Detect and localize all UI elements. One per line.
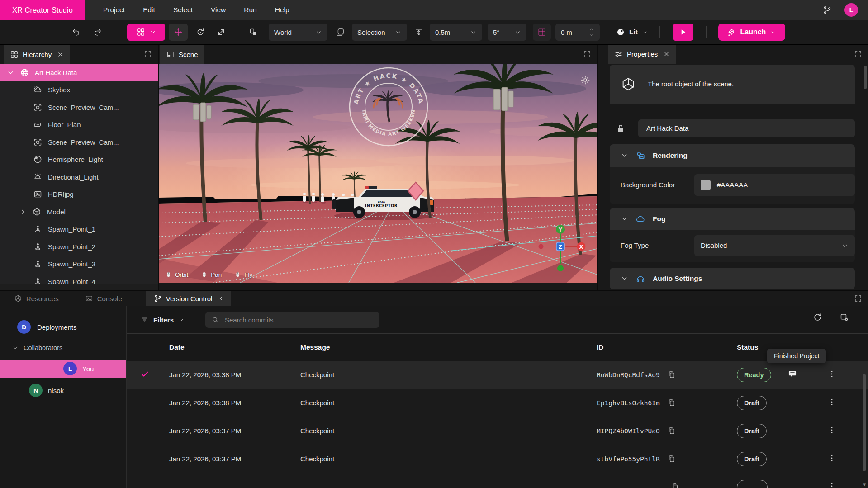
tree-item-spawn-point-1[interactable]: Spawn_Point_1 [0, 221, 158, 238]
collaborators-group[interactable]: Collaborators [0, 339, 126, 357]
tree-item-spawn-point-3[interactable]: Spawn_Point_3 [0, 256, 158, 273]
chevron-right-icon[interactable] [19, 208, 27, 216]
commit-row-5-partial[interactable] [127, 473, 868, 488]
audio-settings-header[interactable]: Audio Settings [610, 268, 855, 289]
menu-select[interactable]: Select [173, 6, 193, 14]
chevron-down-icon[interactable] [588, 33, 594, 38]
scene-viewport[interactable]: DATA INTERCEPTOR [159, 64, 599, 283]
shading-mode-dropdown[interactable]: Lit [616, 28, 648, 37]
scroll-down-arrow-icon[interactable]: ▾ [863, 482, 866, 488]
column-id[interactable]: ID [597, 343, 737, 351]
tree-item-floor-plan[interactable]: Floor_Plan [0, 116, 158, 134]
search-commits-input[interactable] [224, 316, 374, 324]
kebab-menu-icon[interactable] [827, 454, 836, 463]
git-branch-icon[interactable] [823, 5, 832, 14]
copy-icon[interactable] [667, 426, 676, 435]
refresh-icon[interactable] [813, 313, 822, 322]
tab-scene[interactable]: Scene [160, 45, 204, 64]
move-tool-button[interactable] [169, 24, 188, 41]
tab-console[interactable]: Console [77, 291, 130, 306]
commit-row-2[interactable]: Jan 22, 2026, 03:38 PM Checkpoint Ep1ghv… [127, 389, 868, 417]
chevron-up-icon[interactable] [588, 27, 594, 32]
tree-item-hemisphere-light[interactable]: Hemisphere_Light [0, 151, 158, 169]
column-message[interactable]: Message [300, 343, 597, 351]
selection-mode-dropdown[interactable]: Selection [352, 24, 407, 41]
expand-scene-button[interactable] [583, 50, 591, 58]
tree-item-scene-preview-cam-1[interactable]: Scene_Preview_Cam... [0, 99, 158, 116]
copy-icon[interactable] [667, 370, 676, 379]
user-avatar[interactable]: L [844, 3, 858, 17]
fog-type-dropdown[interactable]: Disabled [694, 235, 855, 256]
object-name-field[interactable] [638, 119, 855, 137]
column-date[interactable]: Date [169, 343, 300, 351]
fog-section-header[interactable]: Fog [610, 208, 855, 230]
background-color-field[interactable]: #AAAAAA [694, 174, 855, 196]
viewport-settings-gear-icon[interactable] [580, 75, 590, 87]
tree-item-model[interactable]: Model [0, 203, 158, 221]
collaborator-you[interactable]: L You [0, 360, 126, 378]
rotate-snap-dropdown[interactable]: 5° [488, 24, 526, 41]
tree-item-directional-light[interactable]: Directional_Light [0, 168, 158, 186]
height-snap-stepper[interactable]: 0 m [555, 24, 600, 41]
snap-to-ground-button[interactable] [414, 24, 423, 41]
kebab-menu-icon[interactable] [827, 398, 836, 407]
move-snap-dropdown[interactable]: 0.5m [430, 24, 482, 41]
filters-button[interactable]: Filters [140, 316, 185, 324]
tree-item-art-hack-data[interactable]: Art Hack Data [0, 64, 158, 81]
kebab-menu-icon[interactable] [827, 426, 836, 435]
app-logo[interactable]: XR Creator Studio [0, 0, 85, 20]
undo-button[interactable] [71, 24, 81, 41]
chevron-down-icon[interactable] [7, 69, 14, 76]
menu-help[interactable]: Help [275, 6, 289, 14]
close-icon[interactable] [663, 51, 670, 57]
pivot-mode-button[interactable] [336, 24, 345, 41]
tree-item-scene-preview-cam-2[interactable]: Scene_Preview_Cam... [0, 133, 158, 151]
deployments-item[interactable]: D Deployments [0, 317, 126, 337]
tree-item-hdrijpg[interactable]: HDRIjpg [0, 186, 158, 204]
expand-bottom-panel-button[interactable] [854, 294, 862, 303]
expand-properties-button[interactable] [854, 50, 862, 58]
tree-item-spawn-point-4[interactable]: Spawn_Point_4 [0, 273, 158, 284]
menu-run[interactable]: Run [244, 6, 256, 14]
snap-grid-toggle[interactable] [533, 24, 551, 41]
copy-icon[interactable] [671, 483, 679, 488]
close-icon[interactable] [217, 295, 223, 302]
kebab-menu-icon[interactable] [827, 482, 836, 488]
menu-view[interactable]: View [211, 6, 226, 14]
close-icon[interactable] [57, 51, 64, 58]
tab-hierarchy[interactable]: Hierarchy [4, 45, 70, 64]
world-space-dropdown[interactable]: World [269, 24, 327, 41]
commit-row-4[interactable]: Jan 22, 2026, 03:37 PM Checkpoint stbVfe… [127, 445, 868, 473]
expand-hierarchy-button[interactable] [144, 50, 152, 58]
copy-icon[interactable] [667, 455, 676, 463]
scale-tool-button[interactable] [217, 24, 226, 41]
rendering-section-header[interactable]: Rendering [610, 144, 855, 167]
kebab-menu-icon[interactable] [827, 370, 836, 379]
commit-settings-icon[interactable] [840, 313, 849, 322]
collaborator-nisok[interactable]: N nisok [0, 381, 126, 399]
properties-scrollbar[interactable] [864, 66, 867, 89]
gizmo-x-handle[interactable]: X [579, 244, 583, 250]
menu-edit[interactable]: Edit [143, 6, 155, 14]
color-swatch[interactable] [701, 180, 711, 190]
tree-item-spawn-point-2[interactable]: Spawn_Point_2 [0, 238, 158, 256]
tree-item-skybox[interactable]: Skybox [0, 81, 158, 99]
comment-icon[interactable] [787, 369, 797, 379]
redo-button[interactable] [93, 24, 102, 41]
tab-version-control[interactable]: Version Control [146, 291, 232, 306]
transform-paste-button[interactable] [249, 24, 258, 41]
menu-project[interactable]: Project [103, 6, 125, 14]
tab-resources[interactable]: Resources [6, 291, 66, 306]
play-button[interactable] [673, 24, 693, 41]
lock-open-icon[interactable] [615, 123, 626, 134]
tab-properties[interactable]: Properties [608, 45, 676, 64]
commit-row-3[interactable]: Jan 22, 2026, 03:37 PM Checkpoint MIPQZ4… [127, 417, 868, 445]
gizmo-z-handle[interactable]: Z [559, 244, 562, 250]
copy-icon[interactable] [667, 398, 676, 407]
gizmo-y-handle[interactable]: Y [558, 227, 563, 233]
rotate-tool-button[interactable] [196, 24, 205, 41]
search-commits-box[interactable] [205, 312, 379, 328]
commit-row-1[interactable]: Jan 22, 2026, 03:38 PM Checkpoint RoWbDn… [127, 361, 868, 389]
commit-list-scrollbar[interactable] [863, 374, 866, 471]
layout-grid-button[interactable] [127, 24, 165, 41]
